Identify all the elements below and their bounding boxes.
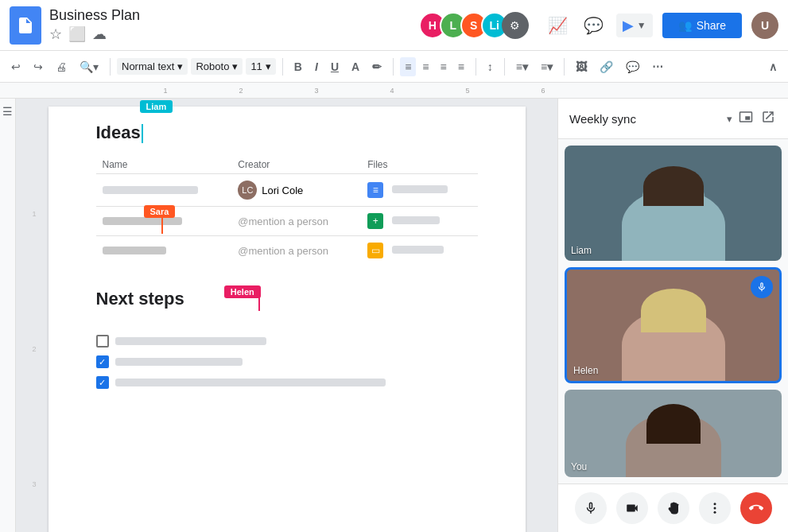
justify-btn[interactable]: ≡ <box>453 57 469 76</box>
liam-photo <box>565 146 782 261</box>
formatting-toolbar: ↩ ↪ 🖨 🔍▾ Normal text▾ Roboto▾ 11▾ B I U … <box>0 51 788 83</box>
video-tile-helen: Helen <box>565 267 782 383</box>
align-left-btn[interactable]: ≡ <box>400 57 416 76</box>
main-area: ☰ 1 2 3 4 Liam Ideas <box>0 99 788 532</box>
table-row: LC Lori Cole ≡ <box>96 174 478 207</box>
zoom-btn[interactable]: 🔍▾ <box>75 57 103 76</box>
list-item: ✓ <box>96 376 478 389</box>
sep5 <box>504 58 505 76</box>
mention-3: @mention a person <box>238 245 328 257</box>
camera-btn[interactable] <box>616 492 648 524</box>
cell-files-1: ≡ <box>361 174 477 207</box>
cell-creator-2: @mention a person <box>231 207 361 236</box>
list-item <box>96 335 478 348</box>
share-icon: 👥 <box>678 19 692 32</box>
avatar-more[interactable]: ⚙ <box>502 12 529 39</box>
ideas-table: Name Creator Files <box>96 156 478 265</box>
svg-point-1 <box>713 507 716 510</box>
name-bar-2 <box>103 217 182 225</box>
analytics-btn[interactable]: 📈 <box>545 13 571 38</box>
you-photo <box>565 390 782 477</box>
checkbox-2[interactable]: ✓ <box>96 355 109 368</box>
align-group: ≡ ≡ ≡ ≡ <box>400 57 469 76</box>
highlight-btn[interactable]: ✏ <box>367 57 386 76</box>
fontcolor-btn[interactable]: A <box>347 57 364 76</box>
doc-area: 1 2 3 4 Liam Ideas Nam <box>16 99 557 532</box>
align-right-btn[interactable]: ≡ <box>435 57 451 76</box>
pip-btn[interactable] <box>737 108 755 129</box>
more-btn[interactable]: ⋯ <box>647 57 668 76</box>
image-btn[interactable]: 🖼 <box>571 57 592 76</box>
outline-icon[interactable]: ☰ <box>2 105 13 118</box>
share-button[interactable]: 👥 Share <box>662 13 742 38</box>
doc-paper[interactable]: Liam Ideas Name Creator Files <box>49 107 526 532</box>
check-bar-2 <box>115 358 243 366</box>
mention-2: @mention a person <box>238 216 328 227</box>
lori-name: Lori Cole <box>262 184 303 196</box>
more-options-btn[interactable] <box>699 492 731 524</box>
font-select[interactable]: Roboto▾ <box>191 58 243 75</box>
undo-btn[interactable]: ↩ <box>6 57 25 76</box>
comment-btn[interactable]: 💬 <box>621 57 644 76</box>
cell-files-2: + <box>361 207 477 236</box>
file-bar-2 <box>392 216 440 224</box>
meet-btn[interactable]: ▶▼ <box>616 14 653 37</box>
cell-name-3 <box>96 236 232 266</box>
list-item: ✓ <box>96 355 478 368</box>
line-numbers: 1 2 3 4 <box>33 107 49 532</box>
you-video-name: You <box>571 461 587 472</box>
sara-cursor-bar <box>161 218 163 234</box>
top-bar-actions: 📈 💬 ▶▼ 👥 Share U <box>545 12 778 39</box>
left-panel: ☰ <box>0 99 16 532</box>
fontsize-select[interactable]: 11▾ <box>246 58 275 75</box>
folder-icon[interactable]: ⬜ <box>68 25 86 43</box>
helen-video-name: Helen <box>573 365 598 376</box>
call-dropdown-arrow[interactable]: ▾ <box>727 113 732 125</box>
video-tile-liam: Liam <box>565 146 782 261</box>
align-center-btn[interactable]: ≡ <box>417 57 433 76</box>
hand-btn[interactable] <box>658 492 689 524</box>
comments-btn[interactable]: 💬 <box>580 13 607 38</box>
mic-active-badge <box>751 276 773 298</box>
ruler: 1 2 3 4 5 6 <box>0 83 788 99</box>
name-bar-3 <box>103 247 166 254</box>
call-header: Weekly sync ▾ <box>558 99 788 139</box>
numbered-list-btn[interactable]: ≡▾ <box>536 57 557 76</box>
liam-video-name: Liam <box>571 245 592 256</box>
redo-btn[interactable]: ↪ <box>29 57 48 76</box>
expand-btn[interactable] <box>759 108 777 129</box>
checklist: ✓ ✓ <box>96 335 478 389</box>
call-title: Weekly sync <box>569 112 722 126</box>
checkbox-1[interactable] <box>96 335 109 348</box>
video-tile-you: You <box>565 390 782 477</box>
print-btn[interactable]: 🖨 <box>51 57 72 76</box>
title-icons: ☆ ⬜ ☁ <box>49 25 140 43</box>
italic-btn[interactable]: I <box>310 57 323 76</box>
style-select[interactable]: Normal text▾ <box>117 58 188 75</box>
file-bar-3 <box>392 246 444 254</box>
helen-cursor-bar <box>258 289 260 311</box>
collaborator-avatars: H L S Li ⚙ <box>419 12 529 39</box>
user-avatar[interactable]: U <box>751 12 778 39</box>
line-spacing-btn[interactable]: ↕ <box>483 57 498 76</box>
sep1 <box>110 58 111 76</box>
cell-name-1 <box>96 174 232 207</box>
bold-btn[interactable]: B <box>289 57 307 76</box>
bullet-list-btn[interactable]: ≡▾ <box>511 57 533 76</box>
cloud-icon[interactable]: ☁ <box>92 25 107 43</box>
file-icon-yellow: ▭ <box>367 243 383 258</box>
link-btn[interactable]: 🔗 <box>595 57 618 76</box>
sep3 <box>393 58 394 76</box>
underline-btn[interactable]: U <box>326 57 344 76</box>
checkbox-3[interactable]: ✓ <box>96 376 109 389</box>
star-icon[interactable]: ☆ <box>49 25 62 43</box>
sara-cursor: Sara <box>144 205 176 218</box>
mute-btn[interactable] <box>575 492 607 524</box>
collapse-btn[interactable]: ∧ <box>764 57 782 76</box>
col-name: Name <box>96 156 232 174</box>
doc-icon <box>10 6 41 45</box>
next-steps-heading: Next steps <box>96 289 184 309</box>
end-call-btn[interactable] <box>740 492 772 524</box>
file-bar-1 <box>392 185 448 193</box>
file-icon-green: + <box>367 213 383 229</box>
